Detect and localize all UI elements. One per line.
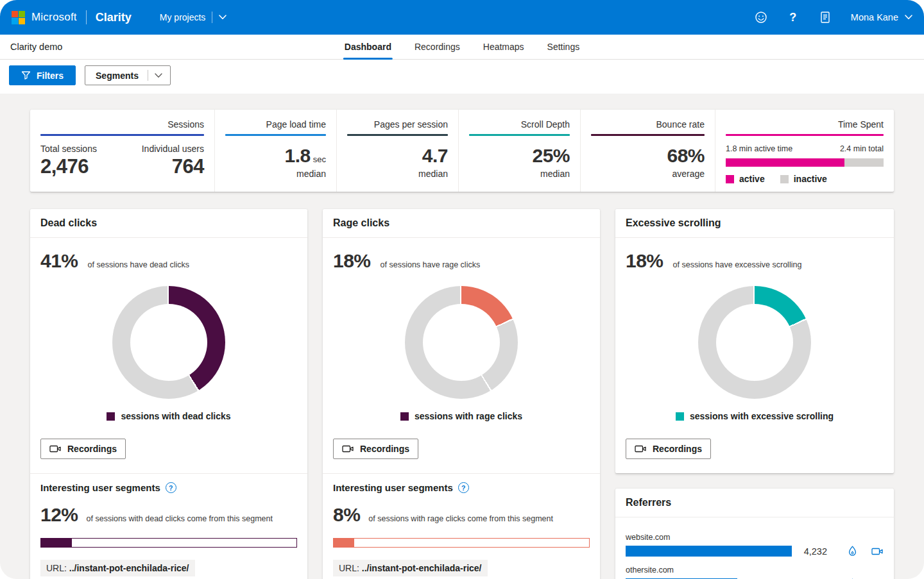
- tab-dashboard[interactable]: Dashboard: [336, 35, 400, 59]
- tab-settings[interactable]: Settings: [539, 35, 588, 59]
- url-tag: URL: ../instant-pot-enchilada-rice/: [40, 560, 195, 576]
- segments-label: Segments: [96, 71, 139, 81]
- metrics-summary-card: Sessions Total sessions 2,476 Individual…: [30, 110, 894, 192]
- flame-icon[interactable]: [848, 546, 857, 557]
- filters-label: Filters: [37, 71, 64, 81]
- total-time-label: 2.4 min total: [840, 144, 884, 153]
- help-circle-icon[interactable]: ?: [166, 482, 176, 493]
- card-title: Referrers: [626, 497, 671, 508]
- metric-title: Bounce rate: [591, 119, 705, 130]
- metric-value: 1.8: [285, 145, 311, 166]
- metric-time-spent: Time Spent 1.8 min active time 2.4 min t…: [715, 110, 894, 192]
- tab-heatmaps[interactable]: Heatmaps: [475, 35, 533, 59]
- referrer-value: 4,232: [800, 546, 827, 557]
- recordings-label: Recordings: [67, 444, 117, 454]
- chevron-down-icon: [219, 15, 227, 20]
- metric-title: Scroll Depth: [469, 119, 570, 130]
- my-projects-menu[interactable]: My projects: [160, 12, 227, 23]
- segments-dropdown[interactable]: Segments: [85, 65, 171, 85]
- excessive-scrolling-legend: sessions with excessive scrolling: [615, 411, 894, 421]
- excessive-scrolling-donut-chart: [698, 286, 811, 399]
- metric-title: Time Spent: [726, 119, 884, 130]
- dashboard-content: Sessions Total sessions 2,476 Individual…: [0, 94, 924, 579]
- metric-page-load-time: Page load time 1.8sec median: [215, 110, 337, 192]
- excessive-scrolling-percent: 18%: [626, 250, 663, 272]
- metric-sub: median: [225, 169, 326, 179]
- help-circle-icon[interactable]: ?: [458, 482, 469, 493]
- metric-title: Sessions: [40, 119, 204, 130]
- project-name: Clarity demo: [10, 42, 62, 52]
- metric-sessions: Sessions Total sessions 2,476 Individual…: [30, 110, 215, 192]
- tab-recordings[interactable]: Recordings: [406, 35, 468, 59]
- recordings-button[interactable]: Recordings: [626, 439, 711, 459]
- metric-value: 25%: [532, 145, 570, 166]
- metric-value: 68%: [667, 145, 705, 166]
- segments-divider: [148, 70, 148, 81]
- legend-label: sessions with excessive scrolling: [690, 411, 834, 421]
- legend-label: sessions with rage clicks: [415, 411, 522, 421]
- legend-label: active: [739, 174, 765, 184]
- metric-scroll-depth: Scroll Depth 25% median: [459, 110, 581, 192]
- stat-label: Total sessions: [40, 144, 97, 154]
- segment-desc: of sessions with rage clicks come from t…: [368, 514, 553, 523]
- clarity-app: Microsoft Clarity My projects ? Mona Kan…: [0, 0, 924, 579]
- chevron-down-icon: [905, 15, 912, 20]
- dead-clicks-segments: Interesting user segments ? 12% of sessi…: [30, 474, 307, 579]
- brand-divider: [86, 10, 87, 24]
- total-sessions-stat: Total sessions 2,476: [40, 144, 97, 178]
- referrer-bar: [626, 546, 792, 557]
- camera-icon: [49, 444, 62, 453]
- time-spent-legend: active inactive: [726, 174, 884, 184]
- metric-bounce-rate: Bounce rate 68% average: [581, 110, 715, 192]
- dead-clicks-desc: of sessions have dead clicks: [88, 260, 189, 269]
- recordings-label: Recordings: [360, 444, 409, 454]
- camera-icon[interactable]: [871, 546, 884, 557]
- rage-clicks-legend: sessions with rage clicks: [323, 411, 600, 421]
- microsoft-logo-icon: [12, 11, 25, 24]
- metric-title: Page load time: [225, 119, 326, 130]
- excessive-scrolling-desc: of sessions have excessive scrolling: [673, 260, 802, 269]
- recordings-button[interactable]: Recordings: [40, 439, 126, 459]
- metric-accent-line: [469, 134, 570, 136]
- metric-sub: median: [347, 169, 448, 179]
- topbar-actions: ? Mona Kane: [755, 11, 912, 24]
- feedback-document-icon[interactable]: [819, 11, 832, 24]
- metric-pages-per-session: Pages per session 4.7 median: [337, 110, 459, 192]
- dead-clicks-card: Dead clicks 41% of sessions have dead cl…: [30, 209, 307, 579]
- stat-value: 2,476: [40, 155, 97, 178]
- user-menu[interactable]: Mona Kane: [851, 12, 912, 22]
- filters-button[interactable]: Filters: [9, 65, 76, 85]
- stat-label: Individual users: [142, 144, 204, 154]
- segments-title: Interesting user segments: [333, 482, 453, 493]
- main-tabs: Dashboard Recordings Heatmaps Settings: [336, 35, 588, 59]
- rage-clicks-percent: 18%: [333, 250, 371, 272]
- segment-bar-fill: [334, 539, 354, 547]
- rage-clicks-card: Rage clicks 18% of sessions have rage cl…: [323, 209, 600, 579]
- dead-clicks-percent: 41%: [40, 250, 78, 272]
- brand-microsoft: Microsoft: [31, 11, 77, 24]
- referrer-row: othersite.com 3,245: [626, 566, 884, 579]
- legend-swatch: [400, 412, 409, 421]
- project-nav-row: Clarity demo Dashboard Recordings Heatma…: [0, 35, 924, 60]
- help-icon[interactable]: ?: [787, 11, 800, 24]
- card-title: Rage clicks: [333, 217, 389, 228]
- recordings-label: Recordings: [653, 444, 702, 454]
- time-spent-bar: [726, 158, 884, 167]
- url-tag: URL: ../instant-pot-enchilada-rice/: [333, 560, 488, 576]
- brand-link[interactable]: Microsoft Clarity: [12, 10, 132, 24]
- segment-desc: of sessions with dead clicks come from t…: [87, 514, 273, 523]
- smiley-feedback-icon[interactable]: [755, 11, 767, 24]
- camera-icon: [342, 444, 354, 453]
- filter-bar: Filters Segments: [0, 60, 924, 94]
- top-bar: Microsoft Clarity My projects ? Mona Kan…: [0, 0, 924, 35]
- metric-sub: median: [469, 169, 570, 179]
- metric-accent-line: [225, 134, 326, 136]
- referrer-name: othersite.com: [626, 566, 884, 575]
- metric-sub: average: [591, 169, 705, 179]
- segment-percent: 12%: [40, 504, 78, 526]
- segment-bar-fill: [41, 539, 72, 547]
- individual-users-stat: Individual users 764: [142, 144, 204, 178]
- rage-clicks-segments: Interesting user segments ? 8% of sessio…: [323, 474, 600, 579]
- recordings-button[interactable]: Recordings: [333, 439, 418, 459]
- my-projects-label: My projects: [160, 12, 206, 22]
